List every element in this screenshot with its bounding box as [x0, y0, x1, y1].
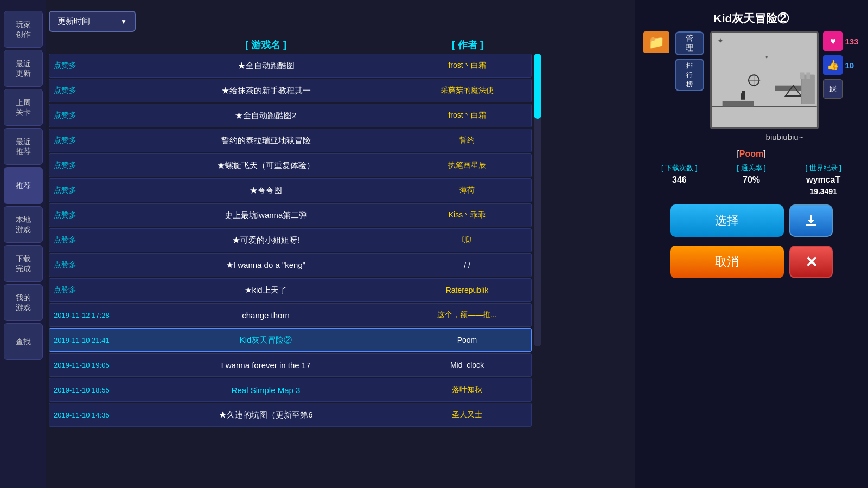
like-count: 10 — [845, 61, 854, 70]
sidebar-item-recent-update[interactable]: 最近更新 — [4, 50, 43, 87]
table-row[interactable]: 点赞多 ★给抹茶的新手教程其一 采蘑菇的魔法使 — [49, 79, 532, 102]
stat-passrate-value: 70% — [743, 175, 760, 185]
svg-rect-11 — [800, 73, 805, 79]
svg-rect-4 — [741, 93, 745, 100]
col-header-2: [ 游戏名 ] — [124, 38, 408, 52]
stat-downloads-value: 346 — [672, 175, 687, 185]
sidebar-item-player-create[interactable]: 玩家创作 — [4, 11, 43, 48]
author-name: frost丶白霜 — [407, 111, 527, 120]
main-content: 更新时间 ▼ [ 游戏名 ] [ 作者 ] 点赞多 ★全自动跑酷图 frost丶… — [49, 11, 532, 477]
svg-rect-2 — [723, 101, 754, 107]
sort-dropdown[interactable]: 更新时间 ▼ — [49, 11, 136, 32]
author-name: 执笔画星辰 — [407, 160, 527, 170]
table-row[interactable]: 2019-11-10 19:05 I wanna forever in the … — [49, 353, 532, 377]
manage-button[interactable]: 管 理 — [675, 31, 704, 55]
likes-label: 点赞多 — [54, 111, 124, 120]
likes-label: 点赞多 — [54, 210, 124, 220]
author-name-right: Poom — [739, 149, 763, 158]
select-button[interactable]: 选择 — [670, 204, 784, 237]
date-label: 2019-11-10 14:35 — [54, 411, 124, 419]
scroll-track[interactable] — [534, 54, 541, 346]
author-name: 誓约 — [407, 136, 527, 145]
table-row[interactable]: 点赞多 ★夸夸图 薄荷 — [49, 178, 532, 202]
date-label: 2019-11-10 19:05 — [54, 361, 124, 369]
author-name: 圣人又士 — [407, 410, 527, 420]
stat-downloads-label: [ 下载次数 ] — [661, 163, 697, 173]
svg-text:✦: ✦ — [764, 54, 769, 60]
author-name: Mid_clock — [407, 361, 527, 369]
likes-label: 点赞多 — [54, 285, 124, 295]
stat-record: [ 世界纪录 ] wymcaT 19.3491 — [787, 163, 859, 196]
sidebar-item-recent-recommend[interactable]: 最近推荐 — [4, 128, 43, 165]
game-name: ★夸夸图 — [124, 185, 407, 196]
likes-label: 点赞多 — [54, 160, 124, 170]
table-row[interactable]: 点赞多 史上最坑iwanna第二弹 Kiss丶乖乖 — [49, 203, 532, 227]
stat-record-value: 19.3491 — [809, 187, 837, 196]
right-panel: Kid灰天冒险② 📁 管 理 排行榜 — [635, 0, 868, 488]
likes-label: 点赞多 — [54, 86, 124, 95]
sort-label: 更新时间 — [58, 16, 90, 27]
sidebar-item-recommend[interactable]: 推荐 — [4, 167, 43, 204]
folder-icon[interactable]: 📁 — [643, 31, 669, 53]
svg-rect-10 — [801, 75, 814, 104]
table-row[interactable]: 点赞多 ★I wanna do a "keng" / / — [49, 253, 532, 277]
game-title-right: Kid灰天冒险② — [714, 11, 789, 26]
likes-label: 点赞多 — [54, 185, 124, 195]
table-row[interactable]: 点赞多 誓约的泰拉瑞亚地狱冒险 誓约 — [49, 129, 532, 152]
close-icon: ✕ — [805, 253, 818, 271]
likes-label: 点赞多 — [54, 136, 124, 145]
close-button[interactable]: ✕ — [789, 246, 833, 278]
pink-count: 133 — [845, 37, 858, 46]
author-name: Kiss丶乖乖 — [407, 210, 527, 220]
author-name: / / — [407, 261, 527, 269]
table-row[interactable]: 点赞多 ★全自动跑酷图2 frost丶白霜 — [49, 104, 532, 127]
table-row[interactable]: 点赞多 ★螺旋飞天（可重复体验） 执笔画星辰 — [49, 153, 532, 177]
sidebar-item-my-game[interactable]: 我的游戏 — [4, 284, 43, 321]
game-name: ★螺旋飞天（可重复体验） — [124, 160, 407, 171]
likes-label: 点赞多 — [54, 61, 124, 70]
author-name: frost丶白霜 — [407, 61, 527, 70]
game-name: I wanna forever in the 17 — [124, 361, 407, 370]
stat-record-label: [ 世界纪录 ] — [805, 163, 841, 173]
pink-button[interactable]: ♥ — [823, 31, 843, 51]
download-button[interactable] — [789, 204, 833, 237]
table-row[interactable]: 2019-11-10 14:35 ★久违的坑图（更新至第6 圣人又士 — [49, 403, 532, 427]
like-button[interactable]: 👍 — [823, 55, 843, 75]
table-row[interactable]: 2019-11-12 17:28 change thorn 这个，额——推... — [49, 303, 532, 327]
scroll-thumb[interactable] — [534, 54, 541, 119]
table-row[interactable]: 点赞多 ★可爱的小姐姐呀! 呱! — [49, 228, 532, 252]
sidebar-item-download-done[interactable]: 下载完成 — [4, 245, 43, 282]
kick-button[interactable]: 踩 — [823, 79, 843, 99]
table-body: 点赞多 ★全自动跑酷图 frost丶白霜 点赞多 ★给抹茶的新手教程其一 采蘑菇… — [49, 54, 532, 427]
date-label: 2019-11-10 21:41 — [54, 336, 124, 344]
action-buttons-row1: 选择 — [643, 204, 859, 242]
game-name: ★I wanna do a "keng" — [124, 260, 407, 270]
game-name: Real Simple Map 3 — [124, 386, 407, 395]
svg-rect-5 — [742, 91, 745, 94]
sidebar-item-local-game[interactable]: 本地游戏 — [4, 206, 43, 243]
table-row[interactable]: 点赞多 ★全自动跑酷图 frost丶白霜 — [49, 54, 532, 78]
sidebar: 玩家创作 最近更新 上周关卡 最近推荐 推荐 本地游戏 下载完成 我的游戏 查找 — [0, 0, 46, 488]
date-label: 2019-11-12 17:28 — [54, 311, 124, 319]
cancel-button[interactable]: 取消 — [670, 246, 784, 278]
game-name: ★全自动跑酷图2 — [124, 111, 407, 121]
game-name: 誓约的泰拉瑞亚地狱冒险 — [124, 136, 407, 146]
author-name: Poom — [407, 336, 527, 344]
game-name: 史上最坑iwanna第二弹 — [124, 210, 407, 221]
stat-record-player: wymcaT — [806, 175, 840, 185]
stat-passrate: [ 通关率 ] 70% — [716, 163, 788, 196]
table-row[interactable]: 2019-11-10 21:41 Kid灰天冒险② Poom — [49, 328, 532, 352]
author-name: 这个，额——推... — [407, 310, 527, 320]
table-row[interactable]: 2019-11-10 18:55 Real Simple Map 3 落叶知秋 — [49, 378, 532, 402]
sidebar-item-find[interactable]: 查找 — [4, 323, 43, 360]
svg-rect-12 — [807, 73, 811, 79]
svg-rect-15 — [806, 224, 816, 226]
action-buttons-row2: 取消 ✕ — [643, 246, 859, 278]
stat-passrate-label: [ 通关率 ] — [737, 163, 765, 173]
table-row[interactable]: 点赞多 ★kid上天了 Raterepublik — [49, 278, 532, 302]
game-name: ★全自动跑酷图 — [124, 61, 407, 71]
rank-button[interactable]: 排行榜 — [675, 59, 704, 91]
author-name: 采蘑菇的魔法使 — [407, 86, 527, 95]
sidebar-item-last-week[interactable]: 上周关卡 — [4, 89, 43, 126]
game-name: Kid灰天冒险② — [124, 335, 407, 345]
